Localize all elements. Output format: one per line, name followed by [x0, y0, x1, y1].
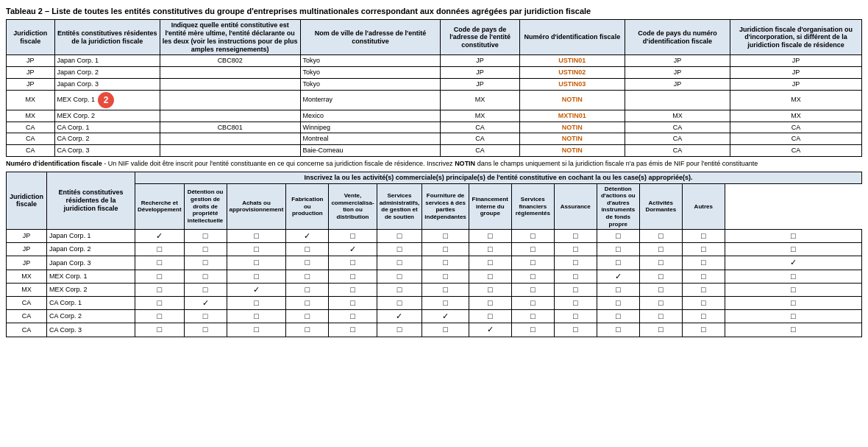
table2-checkbox-cell: □ — [511, 297, 554, 310]
th-ville: Nom de ville de l'adresse de l'entité co… — [300, 20, 441, 55]
table2-checkbox-cell: □ — [227, 310, 286, 323]
table2-checkbox-cell: □ — [597, 297, 639, 310]
table2-checkbox-cell: □ — [597, 243, 639, 256]
table2-checkbox-cell: □ — [554, 270, 597, 283]
table1-cell: JP — [730, 55, 862, 67]
table2-checkbox-cell: □ — [511, 243, 554, 256]
table1-row: CACA Corp. 1CBC801WinnipegCANOTINCACA — [7, 122, 862, 133]
table2-checkbox-cell: □ — [682, 243, 725, 256]
table2-checkbox-cell: □ — [469, 256, 511, 270]
table2-cell-entity: MEX Corp. 1 — [47, 270, 135, 283]
table1-cell: CA Corp. 3 — [54, 145, 160, 157]
table2-cell-jf: JP — [7, 230, 47, 243]
table2-checkbox-cell: □ — [329, 230, 377, 243]
table2-cell-jf: CA — [7, 297, 47, 310]
table2-checkbox-cell: □ — [286, 297, 329, 310]
table2-row: MXMEX Corp. 2□□✓□□□□□□□□□□□ — [7, 283, 862, 296]
th-mere: Indiquez quelle entité constitutive est … — [160, 20, 300, 55]
table2-checkbox-cell: □ — [329, 256, 377, 270]
table2-checkbox-cell: □ — [377, 283, 422, 296]
table2-checkbox-cell: □ — [469, 283, 511, 296]
table1-cell: JP — [7, 67, 55, 79]
table2-checkbox-cell: □ — [377, 323, 422, 337]
table1-cell — [160, 79, 300, 91]
table2-checkbox-cell: □ — [135, 243, 185, 256]
table2-checkbox-cell: ✓ — [469, 323, 511, 337]
table1-cell: CA — [625, 133, 730, 145]
table2-checkbox-cell: □ — [682, 256, 725, 270]
table2-checkbox-cell: □ — [469, 270, 511, 283]
table2-checkbox-cell: □ — [227, 323, 286, 337]
table1: Juridiction fiscale Entités constitutive… — [6, 19, 862, 157]
table1-cell: MEX Corp. 12 — [54, 90, 160, 110]
table2-checkbox-cell: □ — [469, 243, 511, 256]
table1-cell: MX — [730, 90, 862, 110]
table2-row: MXMEX Corp. 1□□□□□□□□□□✓□□□ — [7, 270, 862, 283]
table2-checkbox-cell: □ — [184, 230, 227, 243]
th-activity: Services administratifs, de gestion et d… — [377, 183, 422, 230]
table2-checkbox-cell: □ — [597, 310, 639, 323]
table1-cell: CA — [7, 133, 55, 145]
table1-cell: JP — [441, 79, 519, 91]
table2-checkbox-cell: □ — [554, 310, 597, 323]
th-activity: Achats ou approvisionnement — [227, 183, 286, 230]
table1-cell: Japan Corp. 2 — [54, 67, 160, 79]
table1-cell: Winnipeg — [300, 122, 441, 133]
table1-cell: JP — [625, 79, 730, 91]
table1-cell: USTIN02 — [519, 67, 625, 79]
table1-cell — [160, 110, 300, 122]
table2-checkbox-cell: □ — [511, 230, 554, 243]
table1-cell: CA — [441, 145, 519, 157]
table1-cell: JP — [625, 67, 730, 79]
table1-cell: CBC802 — [160, 55, 300, 67]
table2-cell-jf: MX — [7, 283, 47, 296]
table2-checkbox-cell: □ — [639, 283, 682, 296]
table2-checkbox-cell: □ — [682, 270, 725, 283]
table2-checkbox-cell: □ — [725, 283, 861, 296]
table2-checkbox-cell: □ — [135, 310, 185, 323]
table2-checkbox-cell: □ — [227, 270, 286, 283]
table2-checkbox-cell: □ — [511, 310, 554, 323]
table2-cell-jf: JP — [7, 243, 47, 256]
th-activity: Fourniture de services à des parties ind… — [422, 183, 469, 230]
table2-checkbox-cell: □ — [639, 256, 682, 270]
table2-checkbox-cell: □ — [329, 283, 377, 296]
table2-checkbox-cell: □ — [227, 297, 286, 310]
table1-row: CACA Corp. 3Baie-ComeauCANOTINCACA — [7, 145, 862, 157]
table1-row: JPJapan Corp. 2TokyoJPUSTIN02JPJP — [7, 67, 862, 79]
table1-cell: NOTIN — [519, 145, 625, 157]
table2-checkbox-cell: □ — [725, 310, 861, 323]
th-entity2-empty: Entités constitutives résidentes de la j… — [47, 172, 135, 229]
table2-checkbox-cell: ✓ — [227, 283, 286, 296]
table2-checkbox-cell: □ — [184, 270, 227, 283]
table2-row: CACA Corp. 2□□□□□✓✓□□□□□□□ — [7, 310, 862, 323]
table1-cell: CA — [730, 122, 862, 133]
table1-cell: MX — [730, 110, 862, 122]
table2-checkbox-cell: □ — [329, 270, 377, 283]
table2-checkbox-cell: ✓ — [377, 310, 422, 323]
table2-checkbox-cell: □ — [286, 283, 329, 296]
table2-cell-jf: JP — [7, 256, 47, 270]
table2-checkbox-cell: □ — [639, 270, 682, 283]
th-activity: Recherche et Développement — [135, 183, 185, 230]
table2-row: JPJapan Corp. 1✓□□✓□□□□□□□□□□ — [7, 230, 862, 243]
table1-cell: MX — [441, 110, 519, 122]
th-jf-org: Juridiction fiscale d'organisation ou d'… — [730, 20, 862, 55]
table1-cell: Monterray — [300, 90, 441, 110]
table1-cell: JP — [730, 67, 862, 79]
table1-cell: CA — [441, 122, 519, 133]
table2-checkbox-cell: □ — [554, 230, 597, 243]
table2-cell-entity: Japan Corp. 3 — [47, 256, 135, 270]
table2-checkbox-cell: □ — [135, 270, 185, 283]
table2-checkbox-cell: □ — [377, 270, 422, 283]
table2-checkbox-cell: □ — [682, 323, 725, 337]
table2-checkbox-cell: □ — [135, 297, 185, 310]
table2-checkbox-cell: □ — [554, 256, 597, 270]
table2-checkbox-cell: ✓ — [135, 230, 185, 243]
table2-checkbox-cell: □ — [422, 283, 469, 296]
table2-checkbox-cell: □ — [639, 243, 682, 256]
table2-checkbox-cell: ✓ — [286, 230, 329, 243]
table1-cell: Baie-Comeau — [300, 145, 441, 157]
th-jf2-empty: Juridiction fiscale — [7, 172, 47, 229]
th-activity: Autres — [682, 183, 725, 230]
